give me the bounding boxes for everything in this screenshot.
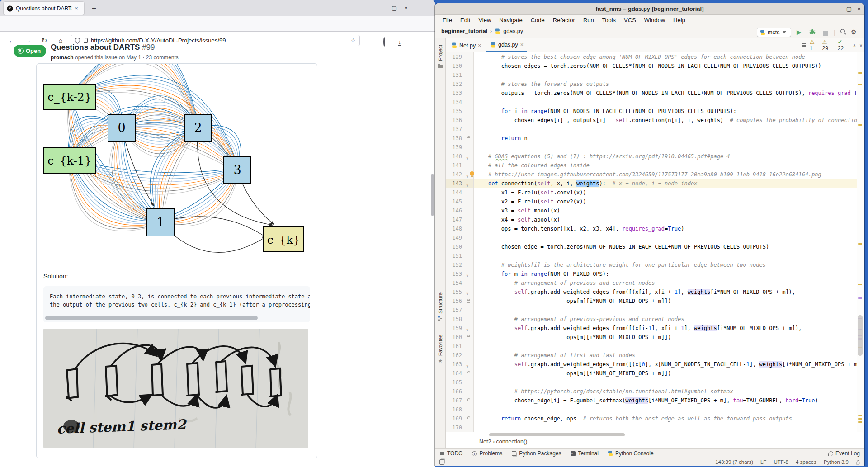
back-icon[interactable]: ← [6, 36, 17, 46]
gutter-icon-area[interactable] [464, 396, 474, 405]
code-line-134[interactable]: 134 [446, 98, 857, 107]
code-line-147[interactable]: 147 x4 = self.apool(x) [446, 215, 857, 224]
gutter-icon-area[interactable] [464, 369, 474, 378]
stripe-mark[interactable] [858, 84, 862, 85]
gutter-icon-area[interactable] [464, 233, 474, 242]
line-number[interactable]: 155 [446, 288, 464, 297]
menu-navigate[interactable]: Navigate [495, 15, 526, 26]
page-scrollbar[interactable] [431, 174, 434, 216]
code-line-150[interactable]: 150 chosen_edge = torch.zeros(NUM_OF_NOD… [446, 242, 857, 251]
code-line-157[interactable]: 157 [446, 306, 857, 315]
menu-edit[interactable]: Edit [456, 15, 474, 26]
code-line-142[interactable]: 142∨ # https://user-images.githubusercon… [446, 170, 857, 179]
forward-icon[interactable]: → [23, 36, 33, 46]
close-icon[interactable]: × [854, 5, 863, 13]
gutter-icon-area[interactable] [464, 71, 474, 80]
gutter-icon-area[interactable]: ∨ [464, 269, 474, 278]
code-line-167[interactable]: 167 chosen_edge[i] = F.gumbel_softmax(we… [446, 396, 857, 405]
line-number[interactable]: 158 [446, 315, 464, 324]
code-line-130[interactable]: 130 chosen_edges = torch.zeros(NUM_OF_CE… [446, 61, 857, 71]
stripe-mark[interactable] [858, 124, 862, 126]
code-line-159[interactable]: 159∨ self.graph.add_weighted_edges_from(… [446, 324, 857, 333]
gutter-icon-area[interactable] [464, 89, 474, 98]
indent-setting[interactable]: 4 spaces [796, 459, 816, 465]
bottom-breadcrumb[interactable]: Net2 › connection() [479, 439, 527, 445]
editor-tab-Net.py[interactable]: Net.py× [448, 38, 485, 52]
stripe-mark[interactable] [858, 284, 862, 285]
interpreter[interactable]: Python 3.9 [824, 459, 849, 465]
line-number[interactable]: 133 [446, 89, 464, 98]
pocket-icon[interactable] [379, 37, 390, 47]
code-line-141[interactable]: 141 # all the coloured edges inside [446, 161, 857, 170]
code-line-145[interactable]: 145 x2 = F.relu(self.conv2(x)) [446, 197, 857, 206]
gutter-icon-area[interactable] [464, 161, 474, 170]
gutter-icon-area[interactable] [464, 260, 474, 269]
error-indicator[interactable]: ⚠ 1 [810, 39, 819, 52]
code-line-152[interactable]: 152 # weights[i] is the architecture wei… [446, 260, 857, 269]
line-number[interactable]: 141 [446, 161, 464, 170]
line-number[interactable]: 170 [446, 423, 464, 432]
gutter-icon-area[interactable] [464, 107, 474, 116]
gutter-icon-area[interactable] [464, 206, 474, 215]
minimize-icon[interactable]: − [378, 4, 387, 12]
line-number[interactable]: 143 [446, 179, 464, 188]
line-number[interactable]: 149 [446, 233, 464, 242]
code-line-163[interactable]: 163∨ self.graph.add_weighted_edges_from(… [446, 360, 857, 369]
editor-hscrollbar[interactable] [489, 433, 625, 436]
gutter-icon-area[interactable]: ∨ [464, 360, 474, 369]
warning-indicator[interactable]: ⚠ 29 [822, 39, 835, 52]
line-number[interactable]: 130 [446, 61, 464, 71]
stripe-mark[interactable] [858, 421, 862, 423]
gutter-icon-area[interactable] [464, 80, 474, 89]
code-line-160[interactable]: 160 ops[m][i*NUM_OF_MIXED_OPS + m]]) [446, 333, 857, 342]
line-number[interactable]: 153 [446, 269, 464, 278]
line-number[interactable]: 134 [446, 98, 464, 107]
new-tab-button[interactable]: + [89, 3, 99, 14]
line-number[interactable]: 151 [446, 251, 464, 260]
gutter-icon-area[interactable] [464, 98, 474, 107]
code-line-162[interactable]: 162 # arrangement of first and last node… [446, 351, 857, 360]
line-number[interactable]: 152 [446, 260, 464, 269]
line-number[interactable]: 140 [446, 152, 464, 161]
menu-file[interactable]: File [439, 15, 456, 26]
line-number[interactable]: 160 [446, 333, 464, 342]
toolwindow-python-console[interactable]: Python Console [608, 450, 654, 457]
code-line-136[interactable]: 136 chosen_edges[i] , outputs[i] = self.… [446, 116, 857, 125]
menu-vcs[interactable]: VCS [620, 15, 640, 26]
code-line-133[interactable]: 133 outputs = torch.zeros(NUM_OF_CELLS*(… [446, 89, 857, 98]
gutter-icon-area[interactable]: ∨ [464, 152, 474, 161]
settings-button[interactable]: ⚙ [851, 28, 857, 36]
code-line-138[interactable]: 138 return n [446, 134, 857, 143]
gutter-icon-area[interactable] [464, 52, 474, 61]
line-number[interactable]: 142 [446, 170, 464, 179]
write-lock-icon[interactable] [856, 462, 860, 464]
line-number[interactable]: 147 [446, 215, 464, 224]
error-stripe[interactable] [857, 52, 863, 432]
stripe-mark[interactable] [858, 415, 862, 416]
code-line-166[interactable]: 166 # https://pytorch.org/docs/stable/nn… [446, 387, 857, 396]
code-line-161[interactable]: 161 [446, 342, 857, 351]
code-line-153[interactable]: 153∨ for m in range(NUM_OF_MIXED_OPS): [446, 269, 857, 278]
line-number[interactable]: 138 [446, 134, 464, 143]
code-line-164[interactable]: 164 ops[m][i*NUM_OF_MIXED_OPS + m]]) [446, 369, 857, 378]
line-number[interactable]: 136 [446, 116, 464, 125]
gutter-icon-area[interactable]: ∨ [464, 170, 474, 179]
gutter-icon-area[interactable]: ∨ [464, 179, 474, 188]
gutter-icon-area[interactable] [464, 188, 474, 197]
code-block-scrollbar[interactable] [45, 316, 258, 320]
reload-icon[interactable]: ↻ [39, 36, 50, 46]
line-number[interactable]: 168 [446, 405, 464, 414]
code-line-149[interactable]: 149 [446, 233, 857, 242]
line-number[interactable]: 165 [446, 378, 464, 387]
gutter-icon-area[interactable] [464, 405, 474, 414]
code-line-156[interactable]: 156 ops[m][i*NUM_OF_MIXED_OPS + m]]) [446, 297, 857, 306]
file-encoding[interactable]: UTF-8 [774, 459, 788, 465]
line-number[interactable]: 154 [446, 278, 464, 288]
gutter-icon-area[interactable] [464, 224, 474, 233]
gutter-icon-area[interactable] [464, 315, 474, 324]
nav-breadcrumb[interactable]: beginner_tutorial › gdas.py [441, 28, 523, 34]
line-number[interactable]: 156 [446, 297, 464, 306]
gutter-icon-area[interactable] [464, 297, 474, 306]
code-line-168[interactable]: 168 [446, 405, 857, 414]
editor-tab-gdas.py[interactable]: gdas.py× [486, 38, 527, 52]
